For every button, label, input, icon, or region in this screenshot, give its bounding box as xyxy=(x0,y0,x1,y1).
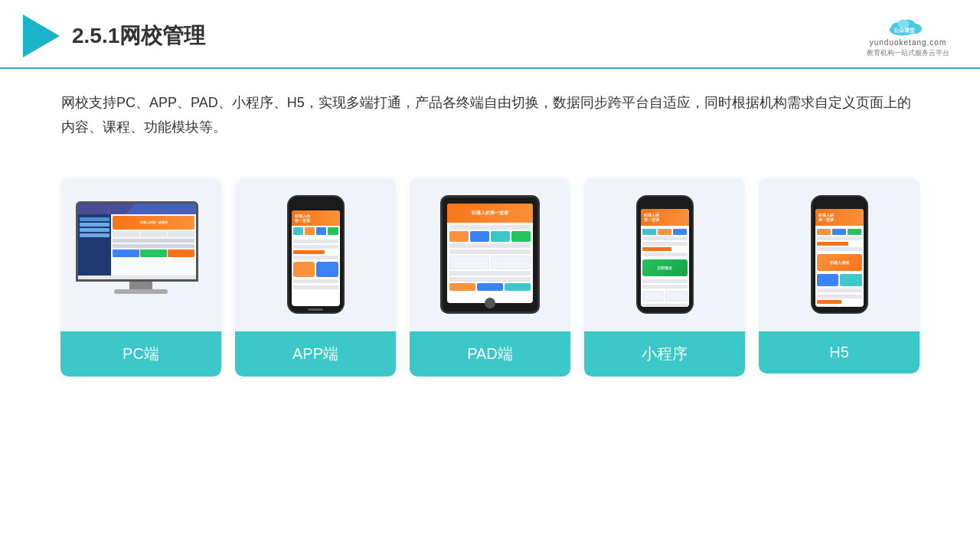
card-pc: 职通人的第一堂网课 xyxy=(60,178,221,377)
card-miniapp: 职通人的第一堂课 立即报名 xyxy=(584,178,745,377)
header-left: 2.5.1网校管理 xyxy=(23,15,205,57)
h5-phone: 职通人的第一堂课 职通人课程 xyxy=(811,195,868,314)
app-phone-mockup: 职通人的第一堂课 xyxy=(287,195,345,314)
pad-screen-header: 职通人的第一堂课 xyxy=(447,204,533,223)
app-cell-3 xyxy=(316,227,326,235)
description-text: 网校支持PC、APP、PAD、小程序、H5，实现多端打通，产品各终端自由切换，数… xyxy=(0,69,980,155)
pad-screen-body xyxy=(447,223,533,293)
app-cell-2 xyxy=(305,227,315,235)
pc-screen-inner: 职通人的第一堂网课 xyxy=(78,204,196,279)
header: 2.5.1网校管理 云朵课堂 yunduoketang.com 教育机构一站式服… xyxy=(0,0,980,69)
card-h5-label: H5 xyxy=(759,331,920,373)
pad-row-2 xyxy=(449,243,531,248)
card-pad-label: PAD端 xyxy=(410,331,570,377)
pc-nav-bar xyxy=(78,204,196,214)
pad-row-1 xyxy=(449,225,531,230)
card-pad: 职通人的第一堂课 xyxy=(410,178,570,377)
cloud-icon: 云朵课堂 xyxy=(885,14,931,37)
pc-screen: 职通人的第一堂网课 xyxy=(76,201,198,282)
page-title: 2.5.1网校管理 xyxy=(72,21,205,51)
pad-row-5 xyxy=(449,277,531,282)
pc-base xyxy=(114,289,168,294)
app-cell-4 xyxy=(328,227,338,235)
pc-mockup: 职通人的第一堂网课 xyxy=(76,201,206,308)
pad-tablet-mockup: 职通人的第一堂课 xyxy=(440,195,540,314)
app-phone-home xyxy=(308,308,323,311)
pad-col-1 xyxy=(449,231,469,242)
h5-banner-text: 职通人的第一堂课 xyxy=(818,213,834,222)
app-phone-screen: 职通人的第一堂课 xyxy=(292,210,340,306)
card-miniapp-label: 小程序 xyxy=(584,331,745,377)
pad-home-button xyxy=(485,298,495,308)
card-miniapp-image: 职通人的第一堂课 立即报名 xyxy=(584,178,745,331)
brand-url: yunduoketang.com xyxy=(870,38,947,47)
pad-col-4 xyxy=(511,231,531,242)
card-pc-label: PC端 xyxy=(60,331,221,377)
cards-container: 职通人的第一堂网课 xyxy=(0,163,980,392)
logo-triangle-icon xyxy=(23,15,60,57)
brand-logo: 云朵课堂 yunduoketang.com 教育机构一站式服务云平台 xyxy=(867,14,949,58)
card-pad-image: 职通人的第一堂课 xyxy=(410,178,570,331)
card-h5: 职通人的第一堂课 职通人课程 xyxy=(759,178,920,373)
pad-row-3 xyxy=(449,249,531,254)
card-pc-image: 职通人的第一堂网课 xyxy=(60,178,221,331)
phone-notch xyxy=(305,203,326,207)
card-app-label: APP端 xyxy=(235,331,396,377)
miniapp-phone: 职通人的第一堂课 立即报名 xyxy=(636,195,694,314)
pad-col-2 xyxy=(470,231,489,242)
pad-row-colored xyxy=(449,231,531,242)
app-screen-banner: 职通人的第一堂课 xyxy=(292,210,340,226)
card-h5-image: 职通人的第一堂课 职通人课程 xyxy=(759,178,920,331)
app-cell-1 xyxy=(293,227,303,235)
brand-tagline: 教育机构一站式服务云平台 xyxy=(867,48,949,58)
h5-banner: 职通人的第一堂课 xyxy=(815,209,864,226)
h5-screen: 职通人的第一堂课 职通人课程 xyxy=(815,209,864,307)
miniapp-banner-text: 职通人的第一堂课 xyxy=(644,213,659,222)
svg-text:云朵课堂: 云朵课堂 xyxy=(893,27,916,33)
app-screen-grid xyxy=(292,226,340,236)
pad-row-4 xyxy=(449,271,531,276)
pc-stand xyxy=(129,282,152,289)
brand-icon: 云朵课堂 xyxy=(885,14,931,37)
miniapp-banner: 职通人的第一堂课 xyxy=(641,209,689,226)
pad-tablet-screen: 职通人的第一堂课 xyxy=(447,204,533,303)
h5-notch xyxy=(830,203,848,207)
card-app-image: 职通人的第一堂课 xyxy=(235,178,396,331)
card-app: 职通人的第一堂课 xyxy=(235,178,396,377)
pad-col-3 xyxy=(491,231,510,242)
miniapp-notch xyxy=(655,203,674,207)
miniapp-screen: 职通人的第一堂课 立即报名 xyxy=(641,209,689,307)
app-screen-text: 职通人的第一堂课 xyxy=(295,214,310,223)
